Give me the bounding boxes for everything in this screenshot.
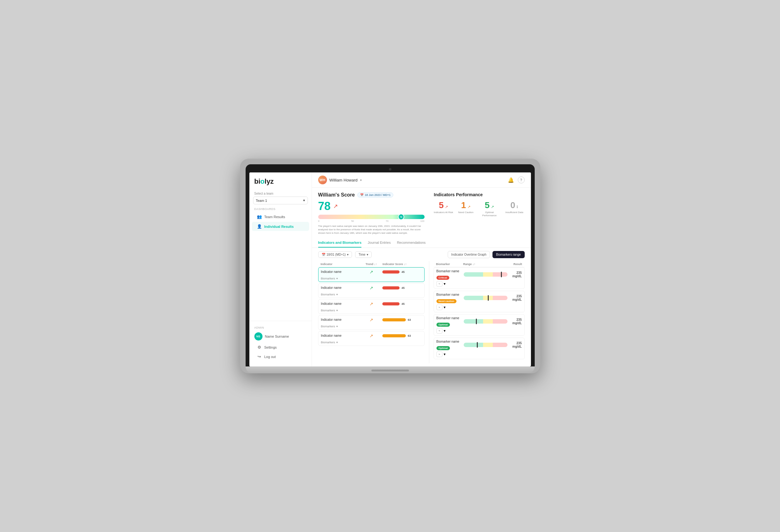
notification-icon[interactable]: 🔔 — [508, 177, 514, 183]
tab-journal-entries[interactable]: Journal Entries — [368, 238, 390, 247]
biomarkers-expand-row[interactable]: Biomarkers ▾ — [319, 276, 424, 282]
select-team-label: Select a team — [249, 191, 311, 196]
biomarkers-label: Biomarkers — [321, 325, 335, 328]
chart-chevron-icon[interactable]: ▾ — [444, 305, 445, 309]
score-cell: 63 — [382, 334, 422, 337]
bar-label-70: 70 — [386, 220, 389, 223]
logout-item[interactable]: ↪ Log out — [252, 352, 309, 361]
range-bar-wrapper — [464, 319, 507, 324]
risk-trend-icon: ↗ — [445, 205, 448, 209]
range-bar — [464, 296, 507, 300]
biomarker-name-col: Biomarker name Need caution — [436, 293, 463, 303]
indicator-card-insufficient: 0 ℹ Insufficient Data — [505, 200, 523, 217]
team-chevron-icon: ▾ — [303, 198, 305, 202]
col-header-score: Indicator Score ↓↑ — [383, 262, 422, 266]
score-bar-indicator — [382, 318, 406, 322]
indicators-title: Indicators Performance — [434, 192, 525, 197]
biomarkers-range-btn[interactable]: Biomarkers range — [492, 251, 525, 258]
biomarker-top: Biomarker name Critical — [436, 270, 522, 280]
date-badge: 📅 18 Jan 2023 / MD+1 — [357, 192, 393, 197]
chart-icon: ~ — [439, 306, 440, 309]
settings-label: Settings — [264, 345, 277, 349]
biomarkers-chevron-icon: ▾ — [336, 325, 338, 328]
score-cell: 63 — [382, 318, 422, 322]
calendar-filter-icon: 📅 — [322, 253, 325, 256]
settings-item[interactable]: ⚙ Settings — [252, 343, 309, 352]
insufficient-info-icon: ℹ — [517, 205, 518, 209]
indicator-row-main: Indicator name ↗ 45 — [319, 299, 424, 308]
sidebar-item-individual-results-label: Individual Results — [264, 225, 294, 229]
help-icon[interactable]: ? — [518, 177, 525, 183]
indicator-row[interactable]: Indicator name ↗ 45 Biomarkers — [318, 299, 425, 314]
range-seg-red — [493, 343, 507, 347]
chart-btn-row: ~ ▾ — [436, 351, 522, 357]
logout-label: Log out — [264, 355, 276, 358]
team-select[interactable]: Team 1 ▾ — [253, 197, 308, 204]
bar-label-50: 50 — [351, 220, 354, 223]
sidebar-item-team-results[interactable]: 👥 Team Results — [252, 212, 309, 221]
team-results-icon: 👥 — [257, 214, 262, 219]
biomarkers-expand-row[interactable]: Biomarkers ▾ — [319, 324, 424, 330]
status-badge-optimal2: Optimal — [436, 346, 450, 350]
range-seg-yellow — [483, 319, 493, 324]
date-filter-btn[interactable]: 📅 18/01 (MD+1) ▾ — [318, 251, 352, 258]
col-header-indicator: Indicator — [321, 262, 360, 266]
main-content: WH William Howard ▾ 🔔 ? William's Score — [312, 173, 531, 367]
chart-chevron-icon[interactable]: ▾ — [444, 282, 445, 286]
laptop-base — [246, 367, 535, 373]
biomarkers-expand-row[interactable]: Biomarkers ▾ — [319, 292, 424, 298]
chart-chevron-icon[interactable]: ▾ — [444, 329, 445, 333]
user-selector-chevron-icon: ▾ — [360, 178, 362, 182]
indicator-overtime-graph-btn[interactable]: Indicator Overtime Graph — [448, 251, 490, 258]
indicator-row[interactable]: Indicator name ↗ 63 Biomarkers — [318, 315, 425, 330]
tab-recommendations[interactable]: Recommendations — [397, 238, 426, 247]
indicator-caution-label: Need Caution — [458, 211, 473, 214]
chart-expand-btn[interactable]: ~ — [436, 281, 442, 287]
indicator-insufficient-label: Insufficient Data — [505, 211, 523, 214]
biomarker-name: Biomarker name — [436, 293, 463, 296]
chart-expand-btn[interactable]: ~ — [436, 304, 442, 310]
range-col — [462, 343, 508, 347]
status-badge-caution: Need caution — [436, 299, 456, 303]
range-seg-green — [464, 296, 483, 300]
indicator-row[interactable]: Indicator name ↗ 45 Biomarkers — [318, 283, 425, 298]
score-trend-icon: ↗ — [333, 203, 338, 210]
trend-arrow-icon: ↗ — [370, 333, 373, 338]
indicator-risk-value: 5 ↗ — [434, 200, 453, 210]
trend-cell: ↗ — [360, 333, 383, 338]
result-col: 235 mg/dL — [509, 271, 522, 278]
biomarker-top: Biomarker name Need caution — [436, 293, 522, 303]
caution-trend-icon: ↗ — [468, 205, 471, 209]
biomarkers-table: Biomarker Range ↓↑ Result Biomarker name… — [434, 261, 525, 363]
biomarkers-expand-row[interactable]: Biomarkers ▾ — [319, 308, 424, 313]
dashboards-label: Dashboards — [249, 205, 311, 212]
score-num: 45 — [401, 271, 404, 274]
range-seg-green — [464, 319, 483, 324]
time-filter-btn[interactable]: Time ▾ — [355, 251, 372, 258]
bar-label-0: 0 — [318, 220, 320, 223]
biomarkers-chevron-icon: ▾ — [336, 277, 338, 280]
indicator-row-main: Indicator name ↗ 63 — [319, 331, 424, 340]
time-chevron-icon: ▾ — [367, 253, 368, 256]
chart-chevron-icon[interactable]: ▾ — [444, 352, 445, 356]
biomarkers-chevron-icon: ▾ — [336, 293, 338, 296]
indicator-row[interactable]: Indicator name ↗ 45 Biomarkers — [318, 267, 425, 282]
indicator-card-optimal: 5 ↗ Optimal Performance — [478, 200, 500, 217]
chart-expand-btn[interactable]: ~ — [436, 328, 442, 334]
indicator-name: Indicator name — [321, 302, 360, 305]
biomarker-name-col: Biomarker name Critical — [436, 270, 463, 280]
user-selector[interactable]: WH William Howard ▾ — [318, 176, 362, 184]
indicator-risk-label: Indicators At Risk — [434, 211, 453, 214]
trend-arrow-icon: ↗ — [370, 285, 373, 290]
indicator-insufficient-value: 0 ℹ — [505, 200, 523, 210]
indicator-card-risk: 5 ↗ Indicators At Risk — [434, 200, 453, 217]
tab-indicators-biomarkers[interactable]: Indicators and Biomarkers — [318, 238, 362, 247]
range-seg-yellow — [483, 272, 493, 277]
biomarkers-expand-row[interactable]: Biomarkers ▾ — [319, 340, 424, 345]
score-bar-indicator — [382, 302, 399, 305]
indicator-row-main: Indicator name ↗ 45 — [319, 284, 424, 292]
chart-expand-btn[interactable]: ~ — [436, 351, 442, 357]
indicator-row[interactable]: Indicator name ↗ 63 Biomarkers — [318, 331, 425, 346]
sidebar-item-individual-results[interactable]: 👤 Individual Results — [252, 222, 309, 231]
biomarker-name: Biomarker name — [436, 317, 463, 320]
